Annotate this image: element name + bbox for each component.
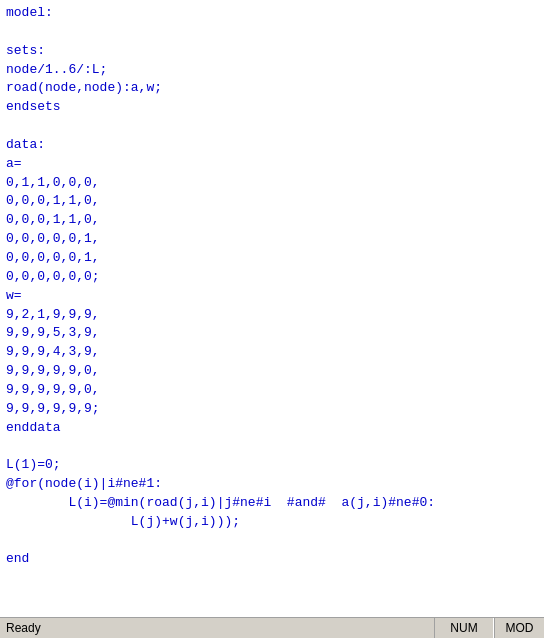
code-editor[interactable]: model: sets:node/1..6/:L;road(node,node)…: [0, 0, 544, 617]
code-line: node/1..6/:L;: [6, 61, 538, 80]
code-line: 9,9,9,5,3,9,: [6, 324, 538, 343]
code-line: [6, 437, 538, 456]
code-line: 9,9,9,9,9,9;: [6, 400, 538, 419]
code-line: 0,1,1,0,0,0,: [6, 174, 538, 193]
status-ready-label: Ready: [0, 621, 434, 635]
code-line: L(j)+w(j,i)));: [6, 513, 538, 532]
status-mod-label: MOD: [494, 618, 544, 638]
code-line: 0,0,0,1,1,0,: [6, 211, 538, 230]
code-line: 0,0,0,0,0,1,: [6, 230, 538, 249]
code-line: @for(node(i)|i#ne#1:: [6, 475, 538, 494]
status-num-label: NUM: [434, 618, 494, 638]
code-line: L(i)=@min(road(j,i)|j#ne#i #and# a(j,i)#…: [6, 494, 538, 513]
code-line: 9,9,9,9,9,0,: [6, 381, 538, 400]
code-line: sets:: [6, 42, 538, 61]
code-line: 0,0,0,0,0,0;: [6, 268, 538, 287]
code-line: a=: [6, 155, 538, 174]
code-line: data:: [6, 136, 538, 155]
code-line: end: [6, 550, 538, 569]
code-line: L(1)=0;: [6, 456, 538, 475]
code-line: endsets: [6, 98, 538, 117]
code-line: enddata: [6, 419, 538, 438]
code-line: w=: [6, 287, 538, 306]
code-line: 9,2,1,9,9,9,: [6, 306, 538, 325]
code-line: 9,9,9,9,9,0,: [6, 362, 538, 381]
status-bar: Ready NUM MOD: [0, 617, 544, 638]
code-line: [6, 532, 538, 551]
code-line: 0,0,0,0,0,1,: [6, 249, 538, 268]
code-line: road(node,node):a,w;: [6, 79, 538, 98]
code-line: [6, 117, 538, 136]
code-line: [6, 23, 538, 42]
code-line: model:: [6, 4, 538, 23]
code-line: 0,0,0,1,1,0,: [6, 192, 538, 211]
code-line: 9,9,9,4,3,9,: [6, 343, 538, 362]
